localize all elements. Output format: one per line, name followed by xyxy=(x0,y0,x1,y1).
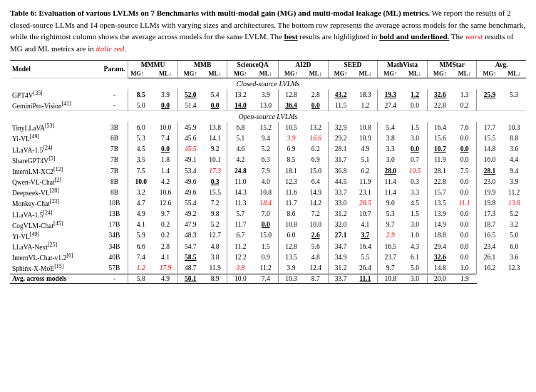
avg-row: Avg. across models-5.84.950.18.910.07.41… xyxy=(10,274,526,283)
data-cell: 5.5 xyxy=(354,252,378,262)
table-number: Table 6: xyxy=(10,9,37,17)
data-cell: 8.5 xyxy=(128,89,153,100)
data-cell: 34.9 xyxy=(328,252,353,262)
data-cell: 4.1 xyxy=(128,220,153,230)
data-cell: 22.8 xyxy=(427,176,452,187)
data-cell: 15.7 xyxy=(427,187,452,197)
data-cell: 10.1 xyxy=(203,155,227,165)
table-row: CogVLM-Chat[45]17B4.10.247.95.211.70.010… xyxy=(10,220,526,230)
model-name: GPT4V[35] xyxy=(10,89,101,100)
scienceqa-header: ScienceQA xyxy=(227,61,279,70)
data-cell: 5.4 xyxy=(378,122,403,133)
data-cell: 3.3 xyxy=(403,187,427,197)
data-cell: 4.8 xyxy=(203,241,227,252)
data-cell: 19.9 xyxy=(477,187,502,197)
data-cell: 13.2 xyxy=(304,122,328,133)
data-cell: 1.2 xyxy=(354,100,378,111)
data-cell: 1.0 xyxy=(453,262,477,274)
data-cell: 32.6 xyxy=(427,89,452,100)
data-cell: 11.0 xyxy=(227,176,254,187)
data-cell: 12.3 xyxy=(279,176,304,187)
data-cell: 11.2 xyxy=(253,262,278,274)
data-cell: 5.3 xyxy=(378,209,403,220)
data-cell: 4.3 xyxy=(403,241,427,252)
data-cell: 0.0 xyxy=(304,100,328,111)
data-cell: 4.9 xyxy=(153,274,177,283)
data-cell: 31.2 xyxy=(328,262,353,274)
table-row: GeminiPro-Vision[41]-5.00.051.40.014.013… xyxy=(10,100,526,111)
data-cell: 36.8 xyxy=(328,165,353,176)
data-cell: 17.7 xyxy=(477,122,502,133)
data-cell: 11.2 xyxy=(502,187,526,197)
scienceqa-ml: ML↓ xyxy=(253,69,278,78)
data-cell: 54.7 xyxy=(177,241,202,252)
param-cell: 8B xyxy=(101,176,128,187)
data-cell: 12.3 xyxy=(502,262,526,274)
model-name: InternLM-XC2[12] xyxy=(10,165,101,176)
data-cell: 3.9 xyxy=(279,262,304,274)
data-cell: 4.7 xyxy=(128,197,153,208)
data-cell: 1.2 xyxy=(403,89,427,100)
data-cell: 10.0 xyxy=(304,220,328,230)
ai2d-mg: MG↑ xyxy=(279,69,304,78)
data-cell: 14.2 xyxy=(304,197,328,208)
data-cell: 0.0 xyxy=(453,144,477,155)
mmstar-mg: MG↑ xyxy=(427,69,452,78)
data-cell: 3.0 xyxy=(403,220,427,230)
seed-ml: ML↓ xyxy=(354,69,378,78)
table-row: ShareGPT4V[5]7B3.51.849.110.14.26.38.56.… xyxy=(10,155,526,165)
data-cell: 45.6 xyxy=(177,133,202,143)
data-cell: 3.6 xyxy=(502,144,526,155)
data-cell: 10.8 xyxy=(253,187,278,197)
data-cell: 16.4 xyxy=(354,241,378,252)
table-caption: Table 6: Evaluation of various LVLMs on … xyxy=(10,7,526,54)
model-name: Sphinx-X-MoE[15] xyxy=(10,262,101,274)
data-cell: 16.5 xyxy=(378,241,403,252)
data-cell: 4.9 xyxy=(128,209,153,220)
data-cell: 13.8 xyxy=(502,197,526,208)
data-cell: 12.8 xyxy=(279,241,304,252)
data-cell: 10.0 xyxy=(227,274,254,283)
model-col-header: Model xyxy=(10,61,101,78)
data-cell: 14.0 xyxy=(227,100,254,111)
mmmu-ml: ML↓ xyxy=(153,69,177,78)
data-cell: 23.0 xyxy=(477,176,502,187)
data-cell: 43.2 xyxy=(328,89,353,100)
data-cell: 0.0 xyxy=(403,144,427,155)
data-cell: 6.9 xyxy=(279,144,304,155)
data-cell: 48.7 xyxy=(177,262,202,274)
data-cell: 32.6 xyxy=(427,252,452,262)
data-cell: 1.0 xyxy=(403,230,427,241)
data-cell: 0.7 xyxy=(403,155,427,165)
data-cell: 8.8 xyxy=(502,133,526,143)
data-cell: 2.8 xyxy=(153,241,177,252)
data-cell: 6.2 xyxy=(354,165,378,176)
param-col-header: Param. xyxy=(101,61,128,78)
data-cell: 4.6 xyxy=(227,144,254,155)
mmb-mg: MG↑ xyxy=(177,69,202,78)
data-cell: 10.6 xyxy=(153,187,177,197)
data-cell: 18.3 xyxy=(354,89,378,100)
data-cell: 32.9 xyxy=(328,122,353,133)
data-cell: 5.9 xyxy=(128,230,153,241)
data-cell: 7.9 xyxy=(253,165,278,176)
data-cell: 0.0 xyxy=(453,187,477,197)
table-row: LLaVA-Next[25]34B6.62.854.74.811.21.512.… xyxy=(10,241,526,252)
data-cell: 11.7 xyxy=(227,220,254,230)
data-cell: 48.3 xyxy=(177,230,202,241)
data-cell: 6.7 xyxy=(227,230,254,241)
data-cell: 14.8 xyxy=(477,144,502,155)
data-cell: 3.2 xyxy=(502,220,526,230)
data-cell: 11.6 xyxy=(279,187,304,197)
avg-param: - xyxy=(101,274,128,283)
data-cell: 1.3 xyxy=(453,89,477,100)
data-cell: 47.9 xyxy=(177,220,202,230)
data-cell: 3.0 xyxy=(403,274,427,283)
data-cell: 15.5 xyxy=(477,133,502,143)
closed-source-divider: Closed-source LVLMs xyxy=(10,78,526,90)
data-cell: 33.7 xyxy=(328,274,353,283)
data-cell: 3.8 xyxy=(378,133,403,143)
data-cell: 13.5 xyxy=(279,252,304,262)
model-name: GeminiPro-Vision[41] xyxy=(10,100,101,111)
data-cell: 1.5 xyxy=(403,209,427,220)
